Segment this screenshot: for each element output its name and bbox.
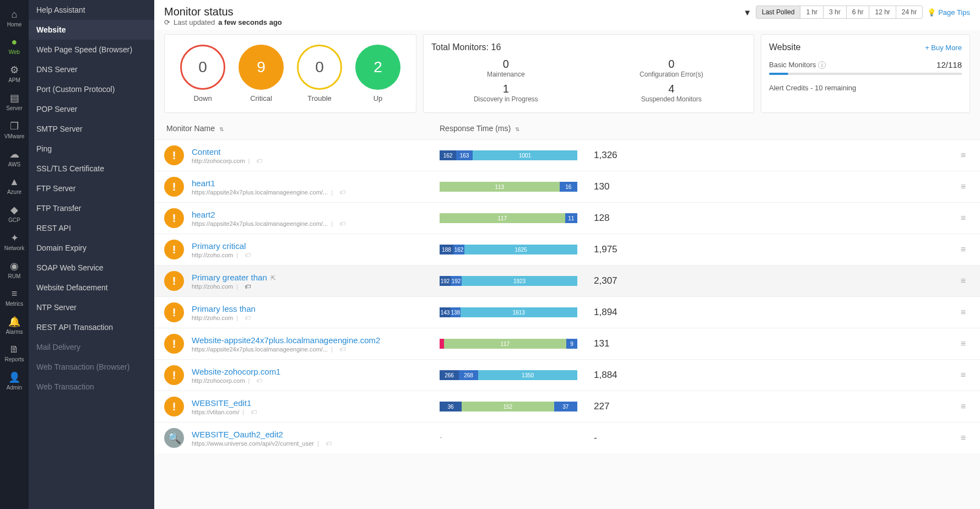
time-button-last-polled[interactable]: Last Polled bbox=[756, 6, 800, 18]
nav-item-rest-api[interactable]: REST API bbox=[29, 218, 154, 238]
nav-item-website[interactable]: Website bbox=[29, 20, 154, 40]
tag-icon[interactable]: 🏷 bbox=[256, 158, 262, 164]
nav-item-rest-api-transaction[interactable]: REST API Transaction bbox=[29, 317, 154, 337]
monitor-name-link[interactable]: WEBSITE_edit1 bbox=[192, 398, 251, 408]
nav-item-website-defacement[interactable]: Website Defacement bbox=[29, 278, 154, 297]
monitor-name-link[interactable]: Primary less than bbox=[192, 304, 256, 313]
monitor-name-link[interactable]: Website-appsite24x7plus.localmanageengin… bbox=[192, 335, 380, 345]
info-icon[interactable]: i bbox=[818, 61, 826, 69]
buy-more-link[interactable]: + Buy More bbox=[925, 44, 962, 52]
row-menu-icon[interactable]: ≡ bbox=[956, 307, 970, 317]
icon-nav-rum[interactable]: ◉RUM bbox=[0, 256, 29, 284]
website-card-title: Website bbox=[769, 42, 801, 52]
external-link-icon[interactable]: ⇱ bbox=[270, 274, 276, 282]
icon-nav-server[interactable]: ▤Server bbox=[0, 88, 29, 116]
monitor-name-link[interactable]: heart1 bbox=[192, 178, 215, 188]
icon-nav-home[interactable]: ⌂Home bbox=[0, 4, 29, 32]
nav-item-pop-server[interactable]: POP Server bbox=[29, 99, 154, 119]
tag-icon[interactable]: 🏷 bbox=[326, 440, 332, 447]
icon-nav-network[interactable]: ✦Network bbox=[0, 228, 29, 256]
refresh-icon[interactable]: ⟳ bbox=[164, 18, 170, 26]
row-menu-icon[interactable]: ≡ bbox=[956, 339, 970, 349]
page-tips-link[interactable]: 💡 Page Tips bbox=[927, 8, 970, 17]
status-circle-up[interactable]: 2Up bbox=[355, 45, 400, 102]
icon-nav-web[interactable]: ●Web bbox=[0, 32, 29, 59]
sort-icon[interactable]: ⇅ bbox=[515, 126, 519, 132]
time-button-1-hr[interactable]: 1 hr bbox=[800, 6, 824, 18]
icon-nav-metrics[interactable]: ≡Metrics bbox=[0, 284, 29, 311]
nav-item-dns-server[interactable]: DNS Server bbox=[29, 59, 154, 79]
tag-icon[interactable]: 🏷 bbox=[245, 252, 251, 258]
main-content: Monitor status ⟳ Last updated a few seco… bbox=[154, 0, 980, 509]
status-indicator: ! bbox=[164, 365, 184, 385]
nav-item-web-transaction-browser-[interactable]: Web Transaction (Browser) bbox=[29, 357, 154, 377]
row-menu-icon[interactable]: ≡ bbox=[956, 433, 970, 443]
icon-nav-admin[interactable]: 👤Admin bbox=[0, 367, 29, 395]
nav-item-mail-delivery[interactable]: Mail Delivery bbox=[29, 337, 154, 357]
nav-item-help-assistant[interactable]: Help Assistant bbox=[29, 0, 154, 20]
total-discovery-in-progress: 1Discovery in Progress bbox=[431, 83, 581, 103]
time-button-6-hr[interactable]: 6 hr bbox=[847, 6, 870, 18]
monitor-name-link[interactable]: heart2 bbox=[192, 210, 215, 219]
col-monitor-name[interactable]: Monitor Name bbox=[166, 124, 215, 133]
status-indicator: ! bbox=[164, 177, 184, 197]
metrics-icon: ≡ bbox=[12, 288, 18, 300]
monitor-name-link[interactable]: Primary critical bbox=[192, 241, 246, 251]
icon-nav-aws[interactable]: ☁AWS bbox=[0, 144, 29, 172]
tag-icon[interactable]: 🏷 bbox=[256, 377, 262, 384]
nav-item-ntp-server[interactable]: NTP Server bbox=[29, 297, 154, 317]
row-menu-icon[interactable]: ≡ bbox=[956, 150, 970, 160]
nav-item-soap-web-service[interactable]: SOAP Web Service bbox=[29, 258, 154, 278]
icon-nav-reports[interactable]: 🗎Reports bbox=[0, 339, 29, 367]
nav-item-web-transaction[interactable]: Web Transaction bbox=[29, 377, 154, 397]
status-indicator: 🔍 bbox=[164, 428, 184, 448]
row-menu-icon[interactable]: ≡ bbox=[956, 402, 970, 411]
status-circle-down[interactable]: 0Down bbox=[180, 45, 225, 102]
response-time-value: 1,894 bbox=[577, 307, 643, 318]
icon-nav-azure[interactable]: ▲Azure bbox=[0, 172, 29, 199]
tag-icon[interactable]: 🏷 bbox=[339, 189, 345, 196]
monitor-row: ! heart1 https://appsite24x7plus.localma… bbox=[154, 171, 980, 202]
status-circle-critical[interactable]: 9Critical bbox=[239, 45, 284, 102]
nav-item-ping[interactable]: Ping bbox=[29, 139, 154, 159]
response-time-value: 128 bbox=[577, 213, 643, 224]
tag-icon[interactable]: 🏷 bbox=[339, 220, 345, 227]
monitor-name-link[interactable]: Content bbox=[192, 147, 221, 156]
monitor-name-link[interactable]: Website-zohocorp.com1 bbox=[192, 367, 280, 376]
icon-nav-gcp[interactable]: ◆GCP bbox=[0, 199, 29, 228]
icon-nav-vmware[interactable]: ❐VMware bbox=[0, 116, 29, 144]
icon-nav-alarms[interactable]: 🔔Alarms bbox=[0, 311, 29, 339]
tag-icon[interactable]: 🏷 bbox=[245, 283, 251, 290]
nav-item-port-custom-protocol-[interactable]: Port (Custom Protocol) bbox=[29, 79, 154, 99]
monitor-name-link[interactable]: WEBSITE_Oauth2_edit2 bbox=[192, 430, 283, 439]
nav-item-ssl-tls-certificate[interactable]: SSL/TLS Certificate bbox=[29, 159, 154, 178]
col-response-time[interactable]: Response Time (ms) bbox=[440, 124, 511, 133]
time-button-3-hr[interactable]: 3 hr bbox=[824, 6, 847, 18]
nav-item-smtp-server[interactable]: SMTP Server bbox=[29, 119, 154, 139]
monitor-name-link[interactable]: Primary greater than bbox=[192, 273, 267, 282]
nav-item-web-page-speed-browser-[interactable]: Web Page Speed (Browser) bbox=[29, 40, 154, 59]
nav-item-ftp-server[interactable]: FTP Server bbox=[29, 178, 154, 198]
response-time-value: 1,884 bbox=[577, 370, 643, 381]
tag-icon[interactable]: 🏷 bbox=[245, 315, 251, 321]
status-circle-trouble[interactable]: 0Trouble bbox=[297, 45, 342, 102]
response-time-value: 131 bbox=[577, 338, 643, 349]
time-button-12-hr[interactable]: 12 hr bbox=[869, 6, 896, 18]
time-button-24-hr[interactable]: 24 hr bbox=[896, 6, 922, 18]
row-menu-icon[interactable]: ≡ bbox=[956, 370, 970, 380]
row-menu-icon[interactable]: ≡ bbox=[956, 213, 970, 223]
row-menu-icon[interactable]: ≡ bbox=[956, 182, 970, 192]
sort-icon[interactable]: ⇅ bbox=[219, 126, 224, 132]
nav-item-ftp-transfer[interactable]: FTP Transfer bbox=[29, 198, 154, 218]
tag-icon[interactable]: 🏷 bbox=[251, 409, 257, 415]
monitor-url: https://appsite24x7plus.localmanageengin… bbox=[192, 346, 440, 353]
response-time-value: 2,307 bbox=[577, 275, 643, 286]
tag-icon[interactable]: 🏷 bbox=[339, 346, 345, 353]
icon-nav-apm[interactable]: ⚙APM bbox=[0, 59, 29, 88]
row-menu-icon[interactable]: ≡ bbox=[956, 245, 970, 254]
nav-item-domain-expiry[interactable]: Domain Expiry bbox=[29, 238, 154, 258]
filter-icon[interactable]: ▼ bbox=[743, 8, 751, 17]
monitor-row: ! Primary critical http://zoho.com|🏷 188… bbox=[154, 234, 980, 265]
monitor-info: heart2 https://appsite24x7plus.localmana… bbox=[192, 210, 440, 227]
row-menu-icon[interactable]: ≡ bbox=[956, 276, 970, 286]
